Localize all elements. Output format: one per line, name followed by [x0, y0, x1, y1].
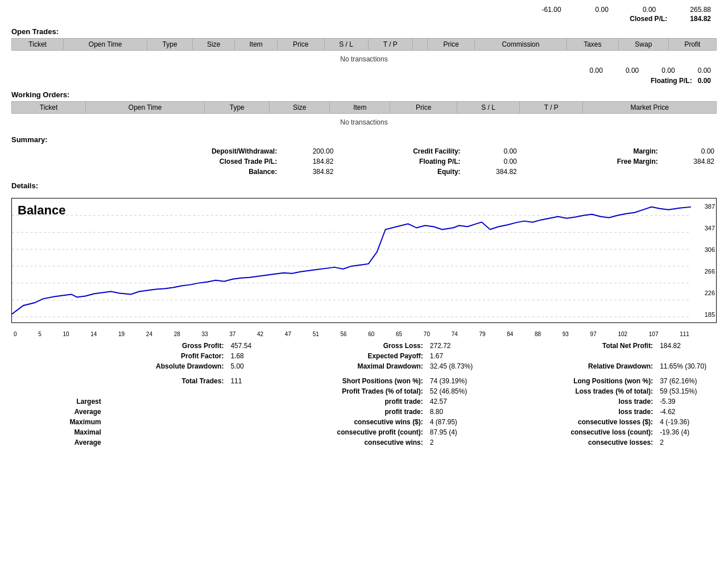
profit-trades-value: 52 (46.85%)	[425, 386, 487, 396]
short-pos-value: 74 (39.19%)	[425, 376, 487, 386]
largest-profit-trade-label: profit trade:	[318, 396, 425, 407]
deposit-label: Deposit/Withdrawal:	[152, 146, 279, 156]
total-taxes: 0.00	[626, 67, 639, 75]
summary-closed-pl-label: Closed Trade P/L:	[152, 156, 279, 167]
expected-payoff-label: Expected Payoff:	[318, 351, 425, 361]
col-swap: Swap	[618, 39, 668, 51]
abs-drawdown-value: 5.00	[226, 361, 287, 371]
col-price2: Price	[428, 39, 475, 51]
maximal-consec-profit-label: consecutive profit (count):	[318, 427, 425, 437]
maximal-label: Maximal	[11, 427, 104, 437]
col-size: Size	[193, 39, 235, 51]
col-sl: S / L	[324, 39, 368, 51]
abs-drawdown-label: Absolute Drawdown:	[104, 361, 226, 371]
avg-profit-trade-value: 8.80	[425, 407, 487, 417]
wo-col-price: Price	[390, 102, 457, 114]
open-trades-totals: 0.00 0.00 0.00 0.00	[11, 65, 717, 76]
y-387: 387	[692, 203, 715, 210]
working-orders-no-transactions: No transactions	[11, 116, 717, 129]
gross-loss-label: Gross Loss:	[318, 341, 425, 351]
largest-label: Largest	[11, 396, 104, 407]
y-axis: 387 347 306 266 226 185	[691, 198, 716, 322]
x-axis: 0 5 10 14 19 24 28 33 37 42 47 51 56 60 …	[11, 331, 692, 337]
short-pos-label: Short Positions (won %):	[318, 376, 425, 386]
maximal-consec-loss-label: consecutive loss (count):	[532, 427, 655, 437]
col-open-time: Open Time	[64, 39, 147, 51]
wo-col-item: Item	[330, 102, 390, 114]
summary-header: Summary:	[11, 135, 717, 144]
credit-label: Credit Facility:	[364, 146, 463, 156]
gross-loss-value: 272.72	[425, 341, 487, 351]
chart-label: Balance	[18, 203, 65, 218]
wo-col-size: Size	[270, 102, 330, 114]
long-pos-value: 37 (62.16%)	[655, 376, 717, 386]
col-profit: Profit	[668, 39, 716, 51]
expected-payoff-value: 1.67	[425, 351, 487, 361]
long-pos-label: Long Positions (won %):	[532, 376, 655, 386]
max-drawdown-label: Maximal Drawdown:	[318, 361, 425, 371]
summary-floating-pl-label: Floating P/L:	[364, 156, 463, 167]
col-type: Type	[147, 39, 193, 51]
closed-pl-top-value: 184.82	[690, 15, 711, 23]
deposit-value: 200.00	[279, 146, 336, 156]
maximal-consec-profit-value: 87.95 (4)	[425, 427, 487, 437]
margin-label: Margin:	[590, 146, 660, 156]
floating-pl-row: Floating P/L: 0.00	[11, 76, 717, 86]
top-val-4: 265.88	[690, 6, 711, 14]
summary-floating-pl-value: 0.00	[463, 156, 519, 167]
total-net-profit-value: 184.82	[655, 341, 717, 351]
total-trades-value: 111	[226, 376, 287, 386]
top-val-1: -61.00	[542, 6, 561, 14]
maximal-consec-loss-value: -19.36 (4)	[655, 427, 717, 437]
total-net-profit-label: Total Net Profit:	[532, 341, 655, 351]
open-trades-header: Open Trades:	[11, 27, 717, 36]
y-306: 306	[692, 246, 715, 253]
y-226: 226	[692, 289, 715, 296]
avg-loss-trade-label: loss trade:	[532, 407, 655, 417]
working-orders-table: Ticket Open Time Type Size Item Price S …	[11, 101, 717, 114]
margin-value: 0.00	[660, 146, 717, 156]
top-values-row: -61.00 0.00 0.00 265.88	[11, 6, 717, 14]
avg-consec-losses-label: consecutive losses:	[532, 437, 655, 448]
closed-pl-top: Closed P/L: 184.82	[11, 15, 711, 23]
avg-consec-wins-label: consecutive wins:	[318, 437, 425, 448]
average2-label: Average	[11, 437, 104, 448]
loss-trades-label: Loss trades (% of total):	[532, 386, 655, 396]
balance-chart	[12, 198, 691, 322]
total-profit: 0.00	[698, 67, 711, 75]
avg-consec-losses-value: 2	[655, 437, 717, 448]
credit-value: 0.00	[463, 146, 519, 156]
closed-pl-top-label: Closed P/L:	[630, 15, 667, 23]
open-trades-no-transactions: No transactions	[11, 53, 717, 65]
max-drawdown-value: 32.45 (8.73%)	[425, 361, 487, 371]
equity-value: 384.82	[463, 167, 519, 177]
summary-closed-pl-value: 184.82	[279, 156, 336, 167]
profit-trades-label: Profit Trades (% of total):	[318, 386, 425, 396]
total-swap: 0.00	[661, 67, 675, 75]
col-price: Price	[277, 39, 324, 51]
open-trades-table: Ticket Open Time Type Size Item Price S …	[11, 38, 717, 51]
largest-loss-trade-label: loss trade:	[532, 396, 655, 407]
avg-consec-wins-value: 2	[425, 437, 487, 448]
wo-col-sl: S / L	[457, 102, 520, 114]
wo-col-market-price: Market Price	[583, 102, 717, 114]
total-trades-label: Total Trades:	[104, 376, 226, 386]
loss-trades-value: 59 (53.15%)	[655, 386, 717, 396]
rel-drawdown-label: Relative Drawdown:	[532, 361, 655, 371]
y-347: 347	[692, 225, 715, 231]
avg-profit-trade-label: profit trade:	[318, 407, 425, 417]
col-taxes: Taxes	[566, 39, 618, 51]
y-266: 266	[692, 268, 715, 275]
free-margin-label: Free Margin:	[590, 156, 660, 167]
wo-col-type: Type	[205, 102, 270, 114]
col-commission: Commission	[475, 39, 567, 51]
largest-profit-trade-value: 42.57	[425, 396, 487, 407]
average-label: Average	[11, 407, 104, 417]
working-orders-header: Working Orders:	[11, 90, 717, 99]
summary-table: Deposit/Withdrawal: 200.00 Credit Facili…	[11, 146, 717, 177]
wo-col-ticket: Ticket	[12, 102, 86, 114]
chart-line	[12, 207, 691, 314]
profit-factor-label: Profit Factor:	[104, 351, 226, 361]
max-consec-losses-value: 4 (-19.36)	[655, 417, 717, 427]
col-empty	[412, 39, 428, 51]
